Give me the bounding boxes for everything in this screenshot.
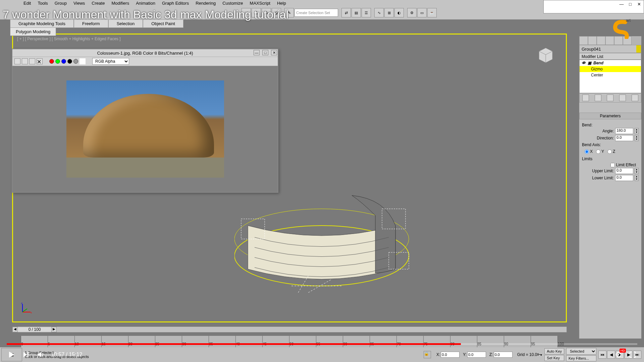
- red-channel-icon[interactable]: [49, 59, 54, 64]
- direction-spinner[interactable]: ▲▼: [635, 135, 639, 141]
- bend-group-label: Bend:: [582, 123, 639, 127]
- clone-icon[interactable]: [29, 58, 35, 64]
- render-setup-icon[interactable]: ⚙: [407, 8, 417, 17]
- colosseum-reference-image: [66, 80, 224, 178]
- menu-grapheditors[interactable]: Graph Editors: [159, 0, 192, 6]
- lower-limit-spinner[interactable]: ▲▼: [635, 175, 639, 181]
- ref-window-titlebar[interactable]: Colosseum-1.jpg, RGB Color 8 Bits/Channe…: [12, 49, 278, 57]
- bend-axis-label: Bend Axis:: [582, 142, 639, 147]
- object-name-field[interactable]: Group041: [579, 45, 641, 53]
- modifier-stack[interactable]: 👁 ▣ Bend Gizmo Center: [579, 60, 641, 93]
- delete-icon[interactable]: ✕: [37, 58, 43, 64]
- direction-label: Direction:: [597, 136, 614, 140]
- menu-help[interactable]: Help: [274, 0, 289, 6]
- minimize-icon[interactable]: —: [254, 50, 260, 55]
- popup-minimize-icon[interactable]: —: [618, 2, 625, 8]
- render-frame-icon[interactable]: ▭: [417, 8, 427, 17]
- clear-bg-icon[interactable]: [79, 58, 86, 64]
- save-icon[interactable]: [14, 58, 20, 64]
- video-progress-fill: [7, 343, 461, 345]
- command-panel: Group041 Modifier List 👁 ▣ Bend Gizmo Ce…: [579, 36, 641, 339]
- layers-icon[interactable]: ☰: [362, 8, 371, 17]
- green-channel-icon[interactable]: [55, 59, 60, 64]
- video-next-icon[interactable]: [21, 350, 31, 359]
- lower-limit-input[interactable]: 0.0: [615, 175, 633, 181]
- time-next-icon[interactable]: ▶: [51, 327, 57, 332]
- svg-line-4: [22, 309, 27, 312]
- time-prev-icon[interactable]: ◀: [12, 327, 18, 332]
- svg-rect-17: [28, 352, 29, 357]
- blank-popup-window[interactable]: — □ ✕: [543, 0, 644, 13]
- align-icon[interactable]: ▤: [352, 8, 361, 17]
- video-play-icon[interactable]: [7, 350, 16, 359]
- popup-maximize-icon[interactable]: □: [627, 2, 634, 8]
- colosseum-3d-model[interactable]: [221, 175, 456, 323]
- video-volume-icon[interactable]: [36, 350, 46, 359]
- video-progress-bar[interactable]: [7, 343, 637, 345]
- unique-icon[interactable]: [607, 95, 613, 101]
- modifier-list-dropdown[interactable]: Modifier List: [579, 53, 641, 60]
- menu-customize[interactable]: Customize: [219, 0, 246, 6]
- ribbon-sub-polygon[interactable]: Polygon Modeling: [10, 27, 56, 36]
- ref-toolbar: ✕ RGB Alpha: [12, 57, 278, 66]
- curve-editor-icon[interactable]: ∿: [374, 8, 384, 17]
- popup-close-icon[interactable]: ✕: [636, 2, 642, 8]
- angle-label: Angle:: [602, 129, 614, 133]
- configure-icon[interactable]: [632, 95, 638, 101]
- render-icon[interactable]: ☕: [427, 8, 437, 17]
- upper-limit-input[interactable]: 0.0: [615, 168, 633, 174]
- menu-maxscript[interactable]: MAXScript: [247, 0, 274, 6]
- viewcube-icon[interactable]: [536, 45, 556, 63]
- modifier-gizmo[interactable]: Gizmo: [580, 66, 641, 72]
- menu-tools[interactable]: Tools: [34, 0, 51, 6]
- axis-x-radio[interactable]: X: [585, 149, 593, 154]
- pin-stack-icon[interactable]: [582, 95, 589, 101]
- menu-views[interactable]: Views: [70, 0, 88, 6]
- mirror-icon[interactable]: ⇄: [341, 8, 351, 17]
- menu-create[interactable]: Create: [88, 0, 108, 6]
- menu-edit[interactable]: Edit: [20, 0, 34, 6]
- time-position[interactable]: 0 / 100: [18, 327, 51, 332]
- art-label: art: [626, 18, 631, 23]
- expand-icon[interactable]: ▣: [588, 61, 591, 65]
- selection-set-dropdown[interactable]: Create Selection Set: [294, 9, 338, 17]
- svg-marker-15: [9, 352, 14, 358]
- parameters-body: Bend: Angle: 180.0 ▲▼ Direction: 0.0 ▲▼ …: [579, 119, 641, 184]
- parameters-header[interactable]: Parameters: [579, 113, 641, 119]
- angle-spinner[interactable]: ▲▼: [635, 128, 639, 134]
- upper-limit-spinner[interactable]: ▲▼: [635, 168, 639, 174]
- limit-effect-checkbox[interactable]: [610, 163, 615, 167]
- create-tab-icon[interactable]: [579, 36, 588, 45]
- direction-input[interactable]: 0.0: [615, 135, 633, 141]
- schematic-icon[interactable]: ⊞: [384, 8, 394, 17]
- eye-icon[interactable]: 👁: [582, 61, 586, 65]
- reference-image-window[interactable]: Colosseum-1.jpg, RGB Color 8 Bits/Channe…: [12, 49, 278, 193]
- modifier-center[interactable]: Center: [580, 72, 641, 78]
- angle-input[interactable]: 180.0: [615, 128, 633, 134]
- remove-mod-icon[interactable]: [619, 95, 626, 101]
- menu-group[interactable]: Group: [51, 0, 70, 6]
- close-icon[interactable]: ✕: [271, 50, 277, 55]
- copy-icon[interactable]: [22, 58, 28, 64]
- video-fullscreen-icon[interactable]: [628, 350, 637, 359]
- timeline-slider[interactable]: ◀ 0 / 100 ▶: [12, 326, 567, 333]
- maximize-icon[interactable]: □: [262, 50, 268, 55]
- channel-select[interactable]: RGB Alpha: [92, 58, 129, 65]
- blue-channel-icon[interactable]: [61, 59, 66, 64]
- axis-y-radio[interactable]: Y: [596, 149, 604, 154]
- viewport-label[interactable]: [ + ] [ Perspective ] [ Smooth + Highlig…: [17, 37, 121, 41]
- material-editor-icon[interactable]: ◐: [394, 8, 404, 17]
- video-settings-icon[interactable]: HD: [614, 350, 623, 359]
- stack-buttons: [579, 93, 641, 103]
- axis-z-radio[interactable]: Z: [607, 149, 615, 154]
- limit-effect-label: Limit Effect: [616, 163, 636, 167]
- show-end-icon[interactable]: [595, 95, 601, 101]
- mono-channel-icon[interactable]: [73, 59, 78, 64]
- menu-rendering[interactable]: Rendering: [192, 0, 219, 6]
- hierarchy-tab-icon[interactable]: [597, 36, 605, 45]
- menu-modifiers[interactable]: Modifiers: [108, 0, 132, 6]
- modify-tab-icon[interactable]: [588, 36, 597, 45]
- modifier-bend[interactable]: 👁 ▣ Bend: [580, 60, 641, 66]
- menu-animation[interactable]: Animation: [132, 0, 159, 6]
- alpha-channel-icon[interactable]: [67, 59, 72, 64]
